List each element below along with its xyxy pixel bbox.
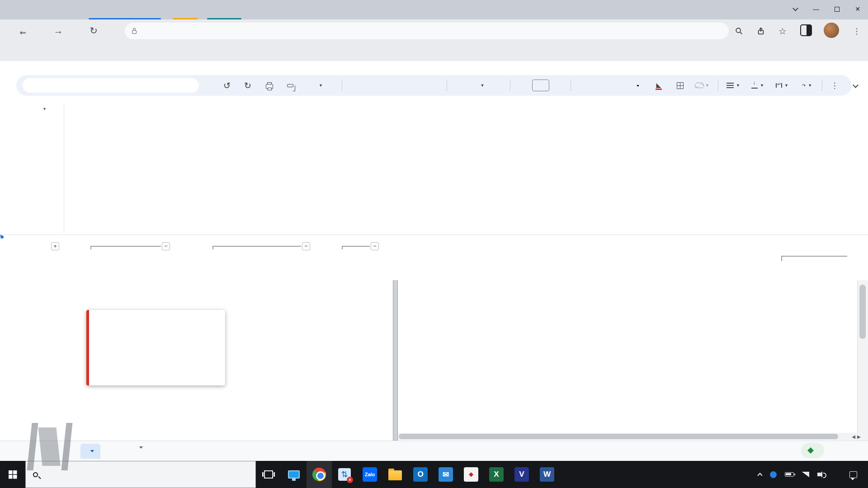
lock-icon[interactable] <box>132 30 137 34</box>
browser-menu-icon[interactable]: ⋮ <box>849 23 864 39</box>
close-button[interactable]: ✕ <box>847 0 868 18</box>
sheet-tab-m3b[interactable] <box>136 446 143 449</box>
bookmark-star-icon[interactable]: ☆ <box>775 23 790 39</box>
vertical-scrollbar[interactable] <box>857 280 868 441</box>
sheets-toolbar: ↺ ↻ ▼ ▼ ◣ ▼ ▼ ▼ <box>16 75 852 96</box>
fill-handle[interactable] <box>0 235 4 239</box>
this-pc-icon[interactable] <box>281 461 307 488</box>
explore-button[interactable] <box>801 443 824 458</box>
excel-icon[interactable]: X <box>484 461 509 488</box>
forward-icon[interactable]: → <box>51 25 66 36</box>
text-color-button[interactable] <box>629 75 646 96</box>
zalo-icon[interactable]: Zalo <box>357 461 382 488</box>
horizontal-scrollbar[interactable] <box>398 433 847 440</box>
italic-button[interactable] <box>592 75 609 96</box>
side-panel-icon[interactable] <box>800 24 812 36</box>
window-controls: — ✕ <box>785 0 868 18</box>
bookmarks-bar <box>0 43 868 61</box>
task-view-icon[interactable] <box>256 461 281 488</box>
formula-bar: ▼ <box>0 100 868 235</box>
reload-icon[interactable]: ↻ <box>86 25 101 36</box>
onedrive-icon[interactable] <box>770 471 777 478</box>
print-icon[interactable] <box>260 75 278 96</box>
sheet-tab-menu-icon[interactable] <box>139 446 143 449</box>
format-percent-button[interactable] <box>365 75 382 96</box>
spreadsheet-area: + − − − ◀▶ <box>0 235 868 441</box>
decrease-font-size-button[interactable] <box>514 75 530 96</box>
horizontal-align-button[interactable]: ▼ <box>722 75 745 96</box>
merge-cells-button[interactable]: ▼ <box>691 75 714 96</box>
outlook-icon[interactable]: O <box>408 461 433 488</box>
v-app-icon[interactable]: V <box>509 461 534 488</box>
borders-button[interactable] <box>671 75 689 96</box>
zoom-select[interactable]: ▼ <box>303 75 336 96</box>
collapse-toolbar-chevron[interactable] <box>846 75 864 96</box>
paint-format-icon[interactable] <box>281 75 299 96</box>
word-icon[interactable]: W <box>534 461 560 488</box>
menu-search-box[interactable] <box>23 78 199 93</box>
horizontal-scrollbar-thumb[interactable] <box>399 434 838 439</box>
minimize-button[interactable]: — <box>806 0 826 18</box>
fill-color-button[interactable]: ◣ <box>649 75 668 96</box>
text-rotation-button[interactable]: ↷▼ <box>795 75 818 96</box>
undo-icon[interactable]: ↺ <box>218 75 236 96</box>
sheet-tab-bar <box>0 441 868 461</box>
increase-font-size-button[interactable] <box>552 75 568 96</box>
file-explorer-icon[interactable] <box>382 461 408 488</box>
scrollbar-arrows[interactable]: ◀▶ <box>847 433 865 440</box>
sync-app-icon[interactable]: ⇅ <box>332 461 357 488</box>
sheet-tab-menu-icon[interactable] <box>90 450 94 452</box>
search-icon <box>33 472 38 477</box>
browser-address-row: ← ← → ↻ ☆ ⋮ <box>0 19 868 43</box>
taskbar-search-box[interactable] <box>25 461 256 488</box>
increase-decimal-button[interactable] <box>403 75 424 96</box>
chrome-icon[interactable] <box>307 461 332 488</box>
vertical-align-button[interactable]: ▼ <box>746 75 769 96</box>
tab-search-chevron[interactable] <box>785 0 806 18</box>
speaker-icon[interactable] <box>817 473 821 476</box>
system-tray <box>758 471 868 478</box>
text-wrap-button[interactable]: ▼ <box>770 75 794 96</box>
profile-avatar[interactable] <box>824 23 839 38</box>
app-icon-red-badge[interactable]: ❖ <box>458 461 484 488</box>
action-center[interactable] <box>849 471 863 478</box>
bold-button[interactable] <box>574 75 591 96</box>
screen: — ✕ ← ← → ↻ ☆ ⋮ ↺ ↻ ▼ <box>0 0 868 488</box>
start-button[interactable] <box>0 461 25 488</box>
mail-app-icon[interactable]: ✉ <box>433 461 458 488</box>
more-formats-button[interactable] <box>425 75 444 96</box>
address-bar[interactable] <box>125 23 729 39</box>
zoom-icon[interactable] <box>731 23 747 39</box>
font-size-input[interactable] <box>532 75 550 96</box>
sheets-toolbar-row: ↺ ↻ ▼ ▼ ◣ ▼ ▼ ▼ <box>0 61 868 100</box>
taskbar: ⇅ Zalo O ✉ ❖ X V W <box>0 461 868 488</box>
browser-tab-strip: — ✕ <box>0 0 868 19</box>
name-box-dropdown-icon[interactable]: ▼ <box>42 107 47 111</box>
strikethrough-button[interactable] <box>610 75 627 96</box>
error-tooltip <box>86 310 225 385</box>
redo-icon[interactable]: ↻ <box>239 75 257 96</box>
more-options-icon[interactable]: ⋮ <box>826 75 844 96</box>
sheet-tab-data[interactable] <box>80 444 100 459</box>
battery-icon[interactable] <box>785 472 794 477</box>
network-icon[interactable] <box>802 472 809 477</box>
explore-icon <box>807 447 814 454</box>
vertical-scrollbar-thumb[interactable] <box>859 285 866 339</box>
font-select[interactable]: ▼ <box>452 75 506 96</box>
maximize-button[interactable] <box>826 0 847 18</box>
decrease-decimal-button[interactable] <box>383 75 402 96</box>
share-icon[interactable] <box>753 23 769 39</box>
notification-icon <box>849 471 857 478</box>
format-currency-button[interactable] <box>347 75 364 96</box>
tray-expand-icon[interactable] <box>757 473 762 478</box>
